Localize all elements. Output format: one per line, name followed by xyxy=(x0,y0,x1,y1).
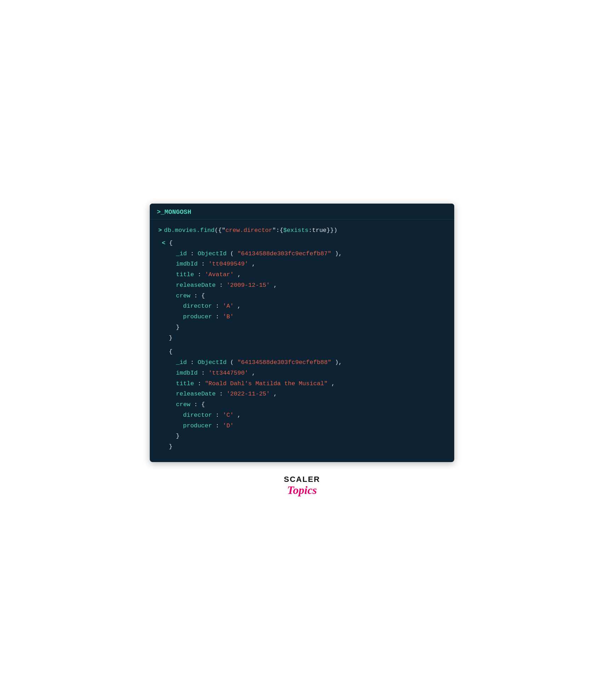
val-imdbid-2: 'tt3447590' xyxy=(209,370,248,376)
field-id-2: _id : ObjectId ( "64134588de303fc9ecfefb… xyxy=(162,357,446,368)
objectid-func-1: ObjectId xyxy=(198,250,227,257)
val-title-1: 'Avatar' xyxy=(205,271,234,278)
val-producer-2: 'D' xyxy=(223,422,234,429)
objectid-func-2: ObjectId xyxy=(198,359,227,366)
crew-director-2: director : 'C' , xyxy=(162,410,446,421)
field-crew-2: crew : { xyxy=(162,399,446,410)
result-open: < { xyxy=(162,238,446,249)
key-id-1: _id xyxy=(176,250,187,257)
field-id-1: _id : ObjectId ( "64134588de303fc9ecfefb… xyxy=(162,249,446,259)
terminal-body: > db.movies.find({"crew.director":{$exis… xyxy=(150,220,454,462)
val-title-2: "Roald Dahl's Matilda the Musical" xyxy=(205,380,328,387)
key-imdbid-1: imdbId xyxy=(176,261,198,267)
angle-left-1: < xyxy=(162,240,165,246)
key-releasedate-2: releaseDate xyxy=(176,391,216,397)
objectid-val-2: "64134588de303fc9ecfefb88" xyxy=(237,359,331,366)
val-director-1: 'A' xyxy=(223,303,234,309)
field-imdbid-1: imdbId : 'tt0499549' , xyxy=(162,259,446,269)
crew-producer-1: producer : 'B' xyxy=(162,312,446,322)
separator xyxy=(162,343,446,347)
key-releasedate-1: releaseDate xyxy=(176,282,216,289)
field-releasedate-2: releaseDate : '2022-11-25' , xyxy=(162,389,446,399)
cmd-exists: $exists xyxy=(283,227,308,234)
crew-brace-close-1: } xyxy=(162,322,446,333)
crew-director-1: director : 'A' , xyxy=(162,301,446,312)
footer-logo: SCALER Topics xyxy=(284,475,320,496)
key-title-1: title xyxy=(176,271,194,278)
key-director-2: director xyxy=(183,412,212,419)
val-director-2: 'C' xyxy=(223,412,234,419)
key-imdbid-2: imdbId xyxy=(176,370,198,376)
terminal-header: >_MONGOSH xyxy=(150,204,454,220)
objectid-val-1: "64134588de303fc9ecfefb87" xyxy=(237,250,331,257)
record-brace-open-2: { xyxy=(162,347,446,357)
command-text: db.movies.find({"crew.director":{$exists… xyxy=(164,225,337,236)
field-releasedate-1: releaseDate : '2009-12-15' , xyxy=(162,280,446,291)
crew-brace-close-2: } xyxy=(162,431,446,442)
val-releasedate-2: '2022-11-25' xyxy=(227,391,270,397)
key-id-2: _id xyxy=(176,359,187,366)
key-title-2: title xyxy=(176,380,194,387)
cmd-end: :true}}) xyxy=(308,227,337,234)
field-imdbid-2: imdbId : 'tt3447590' , xyxy=(162,368,446,379)
val-releasedate-1: '2009-12-15' xyxy=(227,282,270,289)
command-line: > db.movies.find({"crew.director":{$exis… xyxy=(158,225,446,236)
terminal-title: >_MONGOSH xyxy=(157,209,191,216)
record-brace-close-2: } xyxy=(162,442,446,452)
terminal-window: >_MONGOSH > db.movies.find({"crew.direct… xyxy=(150,204,454,462)
cmd-key: crew.director xyxy=(226,227,273,234)
cmd-mid: ":{ xyxy=(272,227,283,234)
key-director-1: director xyxy=(183,303,212,309)
page-container: >_MONGOSH > db.movies.find({"crew.direct… xyxy=(150,204,454,496)
val-producer-1: 'B' xyxy=(223,313,234,320)
record-brace-close-1: } xyxy=(162,333,446,343)
field-title-2: title : "Roald Dahl's Matilda the Musica… xyxy=(162,379,446,389)
prompt-arrow: > xyxy=(158,225,162,236)
key-crew-1: crew xyxy=(176,292,190,299)
cmd-paren: ({" xyxy=(215,227,226,234)
key-producer-1: producer xyxy=(183,313,212,320)
field-crew-1: crew : { xyxy=(162,291,446,301)
cmd-db: db.movies.find xyxy=(164,227,215,234)
key-producer-2: producer xyxy=(183,422,212,429)
scaler-label: SCALER xyxy=(284,475,320,484)
result-block-1: < { _id : ObjectId ( "64134588de303fc9ec… xyxy=(158,238,446,452)
crew-producer-2: producer : 'D' xyxy=(162,421,446,431)
key-crew-2: crew xyxy=(176,401,190,408)
val-imdbid-1: 'tt0499549' xyxy=(209,261,248,267)
field-title-1: title : 'Avatar' , xyxy=(162,269,446,280)
topics-label: Topics xyxy=(287,484,317,496)
brace-open-1: { xyxy=(169,240,172,246)
